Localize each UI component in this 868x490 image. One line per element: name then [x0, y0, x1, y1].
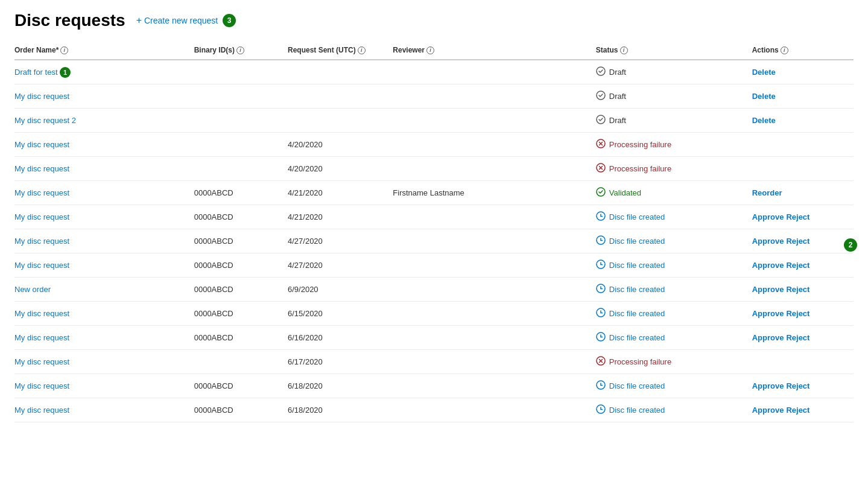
cell-status: Disc file created — [596, 205, 752, 229]
cell-status: Disc file created — [596, 326, 752, 350]
table-row: My disc request 0000ABCD 4/21/2020 First… — [14, 181, 854, 205]
cell-order-name: Draft for test 1 — [14, 60, 194, 84]
approve-link[interactable]: Approve — [752, 406, 784, 415]
cell-order-name: My disc request — [14, 133, 194, 157]
order-name-info-icon[interactable]: i — [60, 46, 68, 54]
order-name-link[interactable]: My disc request — [14, 381, 69, 390]
reject-link[interactable]: Reject — [786, 285, 809, 294]
approve-link[interactable]: Approve — [752, 285, 784, 294]
order-name-link[interactable]: My disc request 2 — [14, 116, 76, 125]
cell-binary-ids — [194, 84, 288, 109]
status-text: Draft — [609, 68, 626, 77]
reject-link[interactable]: Reject — [786, 381, 809, 390]
action-link[interactable]: Delete — [752, 92, 776, 101]
order-name-link[interactable]: My disc request — [14, 188, 69, 197]
status-text: Disc file created — [609, 237, 665, 246]
status-text: Disc file created — [609, 309, 665, 318]
order-name-link[interactable]: My disc request — [14, 237, 69, 246]
order-name-link[interactable]: My disc request — [14, 357, 69, 366]
status-icon — [596, 308, 606, 319]
reject-link[interactable]: Reject — [786, 333, 809, 342]
cell-reviewer — [393, 398, 596, 422]
cell-order-name: My disc request — [14, 205, 194, 229]
order-name-link[interactable]: My disc request — [14, 333, 69, 342]
order-name-link[interactable]: Draft for test — [14, 68, 58, 77]
table-row: New order 0000ABCD 6/9/2020 Disc file cr… — [14, 278, 854, 302]
disc-requests-table: Order Name* i Binary ID(s) i Request Sen… — [14, 41, 854, 422]
binary-ids-info-icon[interactable]: i — [236, 46, 244, 54]
status-icon — [596, 187, 606, 199]
create-count-badge: 3 — [223, 14, 236, 27]
create-new-button[interactable]: + Create new request — [136, 15, 218, 26]
order-name-link[interactable]: My disc request — [14, 92, 69, 101]
actions-info-icon[interactable]: i — [781, 46, 788, 54]
cell-reviewer — [393, 84, 596, 109]
reject-link[interactable]: Reject — [786, 237, 809, 246]
table-row: My disc request 0000ABCD 4/27/2020 Disc … — [14, 253, 854, 278]
cell-status: Draft — [596, 84, 752, 109]
cell-order-name: My disc request 2 — [14, 109, 194, 133]
action-link[interactable]: Delete — [752, 116, 776, 125]
cell-request-sent: 4/20/2020 — [288, 157, 393, 181]
order-name-link[interactable]: My disc request — [14, 309, 69, 318]
cell-order-name: My disc request — [14, 84, 194, 109]
cell-order-name: My disc request — [14, 181, 194, 205]
approve-reject-actions: Approve Reject — [752, 285, 810, 294]
approve-reject-actions: Approve Reject — [752, 381, 810, 390]
cell-status: Validated — [596, 181, 752, 205]
approve-link[interactable]: Approve — [752, 212, 784, 221]
status-text: Disc file created — [609, 406, 665, 415]
reject-link[interactable]: Reject — [786, 406, 809, 415]
cell-request-sent: 6/17/2020 — [288, 350, 393, 374]
cell-order-name: My disc request — [14, 253, 194, 278]
reject-link[interactable]: Reject — [786, 212, 809, 221]
order-name-link[interactable]: My disc request — [14, 164, 69, 173]
cell-binary-ids: 0000ABCD — [194, 229, 288, 253]
cell-reviewer — [393, 326, 596, 350]
cell-binary-ids: 0000ABCD — [194, 181, 288, 205]
order-name-link[interactable]: My disc request — [14, 406, 69, 415]
cell-actions: Approve Reject — [752, 326, 854, 350]
cell-binary-ids: 0000ABCD — [194, 205, 288, 229]
cell-binary-ids — [194, 109, 288, 133]
cell-order-name: My disc request — [14, 157, 194, 181]
cell-reviewer — [393, 302, 596, 326]
plus-icon: + — [136, 15, 142, 26]
col-header-reviewer: Reviewer i — [393, 41, 596, 60]
approve-link[interactable]: Approve — [752, 381, 784, 390]
cell-binary-ids: 0000ABCD — [194, 398, 288, 422]
col-header-order-name: Order Name* i — [14, 41, 194, 60]
order-name-link[interactable]: My disc request — [14, 261, 69, 270]
status-info-icon[interactable]: i — [620, 46, 628, 54]
cell-status: Processing failure — [596, 133, 752, 157]
status-text: Disc file created — [609, 261, 665, 270]
status-icon — [596, 259, 606, 271]
approve-link[interactable]: Approve — [752, 261, 784, 270]
table-row: My disc request 2 Draft Delete — [14, 109, 854, 133]
cell-order-name: My disc request — [14, 374, 194, 398]
order-name-link[interactable]: My disc request — [14, 212, 69, 221]
status-icon — [596, 380, 606, 392]
order-name-link[interactable]: New order — [14, 285, 51, 294]
action-link[interactable]: Delete — [752, 68, 776, 77]
table-row: My disc request 0000ABCD 6/16/2020 Disc … — [14, 326, 854, 350]
reviewer-info-icon[interactable]: i — [426, 46, 434, 54]
reject-link[interactable]: Reject — [786, 309, 809, 318]
status-icon — [596, 91, 606, 102]
reject-link[interactable]: Reject — [786, 261, 809, 270]
approve-link[interactable]: Approve — [752, 309, 784, 318]
request-sent-info-icon[interactable]: i — [358, 46, 366, 54]
approve-link[interactable]: Approve — [752, 237, 784, 246]
status-text: Draft — [609, 116, 626, 125]
action-link[interactable]: Reorder — [752, 188, 782, 197]
cell-reviewer — [393, 229, 596, 253]
cell-request-sent: 6/18/2020 — [288, 398, 393, 422]
cell-actions: Approve Reject — [752, 278, 854, 302]
status-icon — [596, 139, 606, 150]
status-text: Processing failure — [609, 164, 671, 173]
cell-request-sent: 4/27/2020 — [288, 229, 393, 253]
cell-actions: Approve Reject — [752, 374, 854, 398]
status-icon — [596, 163, 606, 174]
order-name-link[interactable]: My disc request — [14, 140, 69, 149]
approve-link[interactable]: Approve — [752, 333, 784, 342]
